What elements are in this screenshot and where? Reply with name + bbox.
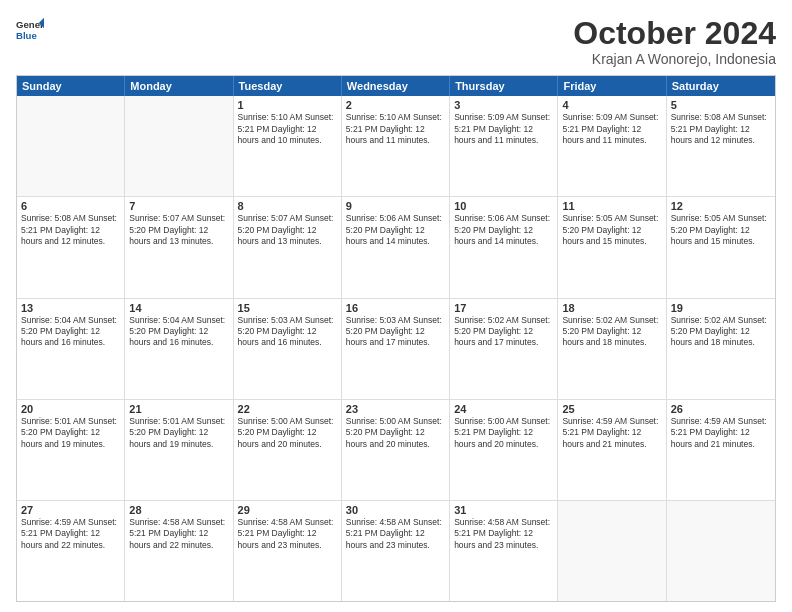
table-row: 30Sunrise: 4:58 AM Sunset: 5:21 PM Dayli… <box>342 501 450 601</box>
table-row: 17Sunrise: 5:02 AM Sunset: 5:20 PM Dayli… <box>450 299 558 399</box>
calendar-body: 1Sunrise: 5:10 AM Sunset: 5:21 PM Daylig… <box>17 96 775 601</box>
day-number: 13 <box>21 302 120 314</box>
cell-details: Sunrise: 5:00 AM Sunset: 5:20 PM Dayligh… <box>346 416 445 450</box>
cell-details: Sunrise: 5:02 AM Sunset: 5:20 PM Dayligh… <box>454 315 553 349</box>
cell-details: Sunrise: 5:08 AM Sunset: 5:21 PM Dayligh… <box>21 213 120 247</box>
cell-details: Sunrise: 5:00 AM Sunset: 5:21 PM Dayligh… <box>454 416 553 450</box>
header-saturday: Saturday <box>667 76 775 96</box>
week-row-1: 1Sunrise: 5:10 AM Sunset: 5:21 PM Daylig… <box>17 96 775 196</box>
day-number: 7 <box>129 200 228 212</box>
table-row: 2Sunrise: 5:10 AM Sunset: 5:21 PM Daylig… <box>342 96 450 196</box>
day-number: 19 <box>671 302 771 314</box>
header-wednesday: Wednesday <box>342 76 450 96</box>
cell-details: Sunrise: 4:58 AM Sunset: 5:21 PM Dayligh… <box>238 517 337 551</box>
day-number: 30 <box>346 504 445 516</box>
table-row: 19Sunrise: 5:02 AM Sunset: 5:20 PM Dayli… <box>667 299 775 399</box>
table-row: 1Sunrise: 5:10 AM Sunset: 5:21 PM Daylig… <box>234 96 342 196</box>
cell-details: Sunrise: 5:10 AM Sunset: 5:21 PM Dayligh… <box>346 112 445 146</box>
header: General Blue October 2024 Krajan A Wonor… <box>16 16 776 67</box>
cell-details: Sunrise: 5:09 AM Sunset: 5:21 PM Dayligh… <box>562 112 661 146</box>
cell-details: Sunrise: 5:07 AM Sunset: 5:20 PM Dayligh… <box>129 213 228 247</box>
day-number: 26 <box>671 403 771 415</box>
table-row: 25Sunrise: 4:59 AM Sunset: 5:21 PM Dayli… <box>558 400 666 500</box>
svg-text:Blue: Blue <box>16 30 37 41</box>
cell-details: Sunrise: 5:01 AM Sunset: 5:20 PM Dayligh… <box>21 416 120 450</box>
calendar: Sunday Monday Tuesday Wednesday Thursday… <box>16 75 776 602</box>
table-row <box>17 96 125 196</box>
day-number: 29 <box>238 504 337 516</box>
cell-details: Sunrise: 5:02 AM Sunset: 5:20 PM Dayligh… <box>562 315 661 349</box>
table-row: 4Sunrise: 5:09 AM Sunset: 5:21 PM Daylig… <box>558 96 666 196</box>
day-number: 5 <box>671 99 771 111</box>
day-number: 23 <box>346 403 445 415</box>
header-sunday: Sunday <box>17 76 125 96</box>
table-row: 14Sunrise: 5:04 AM Sunset: 5:20 PM Dayli… <box>125 299 233 399</box>
cell-details: Sunrise: 5:09 AM Sunset: 5:21 PM Dayligh… <box>454 112 553 146</box>
cell-details: Sunrise: 5:04 AM Sunset: 5:20 PM Dayligh… <box>129 315 228 349</box>
cell-details: Sunrise: 5:06 AM Sunset: 5:20 PM Dayligh… <box>454 213 553 247</box>
day-number: 14 <box>129 302 228 314</box>
day-number: 2 <box>346 99 445 111</box>
cell-details: Sunrise: 5:08 AM Sunset: 5:21 PM Dayligh… <box>671 112 771 146</box>
cell-details: Sunrise: 5:03 AM Sunset: 5:20 PM Dayligh… <box>238 315 337 349</box>
day-number: 27 <box>21 504 120 516</box>
table-row: 28Sunrise: 4:58 AM Sunset: 5:21 PM Dayli… <box>125 501 233 601</box>
table-row: 6Sunrise: 5:08 AM Sunset: 5:21 PM Daylig… <box>17 197 125 297</box>
day-number: 9 <box>346 200 445 212</box>
day-number: 11 <box>562 200 661 212</box>
table-row: 27Sunrise: 4:59 AM Sunset: 5:21 PM Dayli… <box>17 501 125 601</box>
table-row: 11Sunrise: 5:05 AM Sunset: 5:20 PM Dayli… <box>558 197 666 297</box>
table-row: 8Sunrise: 5:07 AM Sunset: 5:20 PM Daylig… <box>234 197 342 297</box>
title-block: October 2024 Krajan A Wonorejo, Indonesi… <box>573 16 776 67</box>
logo: General Blue <box>16 16 44 44</box>
table-row: 31Sunrise: 4:58 AM Sunset: 5:21 PM Dayli… <box>450 501 558 601</box>
cell-details: Sunrise: 5:03 AM Sunset: 5:20 PM Dayligh… <box>346 315 445 349</box>
day-number: 16 <box>346 302 445 314</box>
svg-text:General: General <box>16 19 44 30</box>
day-number: 6 <box>21 200 120 212</box>
day-number: 24 <box>454 403 553 415</box>
table-row: 20Sunrise: 5:01 AM Sunset: 5:20 PM Dayli… <box>17 400 125 500</box>
table-row: 7Sunrise: 5:07 AM Sunset: 5:20 PM Daylig… <box>125 197 233 297</box>
table-row: 23Sunrise: 5:00 AM Sunset: 5:20 PM Dayli… <box>342 400 450 500</box>
cell-details: Sunrise: 5:07 AM Sunset: 5:20 PM Dayligh… <box>238 213 337 247</box>
header-friday: Friday <box>558 76 666 96</box>
day-number: 8 <box>238 200 337 212</box>
day-number: 17 <box>454 302 553 314</box>
day-number: 3 <box>454 99 553 111</box>
table-row: 5Sunrise: 5:08 AM Sunset: 5:21 PM Daylig… <box>667 96 775 196</box>
calendar-header: Sunday Monday Tuesday Wednesday Thursday… <box>17 76 775 96</box>
table-row <box>667 501 775 601</box>
week-row-3: 13Sunrise: 5:04 AM Sunset: 5:20 PM Dayli… <box>17 298 775 399</box>
cell-details: Sunrise: 5:01 AM Sunset: 5:20 PM Dayligh… <box>129 416 228 450</box>
logo-icon: General Blue <box>16 16 44 44</box>
day-number: 4 <box>562 99 661 111</box>
cell-details: Sunrise: 4:58 AM Sunset: 5:21 PM Dayligh… <box>129 517 228 551</box>
day-number: 18 <box>562 302 661 314</box>
day-number: 25 <box>562 403 661 415</box>
cell-details: Sunrise: 4:59 AM Sunset: 5:21 PM Dayligh… <box>671 416 771 450</box>
table-row: 21Sunrise: 5:01 AM Sunset: 5:20 PM Dayli… <box>125 400 233 500</box>
table-row: 13Sunrise: 5:04 AM Sunset: 5:20 PM Dayli… <box>17 299 125 399</box>
cell-details: Sunrise: 5:04 AM Sunset: 5:20 PM Dayligh… <box>21 315 120 349</box>
page: General Blue October 2024 Krajan A Wonor… <box>0 0 792 612</box>
cell-details: Sunrise: 5:05 AM Sunset: 5:20 PM Dayligh… <box>562 213 661 247</box>
table-row: 12Sunrise: 5:05 AM Sunset: 5:20 PM Dayli… <box>667 197 775 297</box>
table-row: 18Sunrise: 5:02 AM Sunset: 5:20 PM Dayli… <box>558 299 666 399</box>
day-number: 12 <box>671 200 771 212</box>
table-row: 24Sunrise: 5:00 AM Sunset: 5:21 PM Dayli… <box>450 400 558 500</box>
cell-details: Sunrise: 5:02 AM Sunset: 5:20 PM Dayligh… <box>671 315 771 349</box>
cell-details: Sunrise: 5:06 AM Sunset: 5:20 PM Dayligh… <box>346 213 445 247</box>
day-number: 15 <box>238 302 337 314</box>
table-row: 16Sunrise: 5:03 AM Sunset: 5:20 PM Dayli… <box>342 299 450 399</box>
subtitle: Krajan A Wonorejo, Indonesia <box>573 51 776 67</box>
day-number: 10 <box>454 200 553 212</box>
header-monday: Monday <box>125 76 233 96</box>
table-row: 10Sunrise: 5:06 AM Sunset: 5:20 PM Dayli… <box>450 197 558 297</box>
week-row-5: 27Sunrise: 4:59 AM Sunset: 5:21 PM Dayli… <box>17 500 775 601</box>
cell-details: Sunrise: 5:00 AM Sunset: 5:20 PM Dayligh… <box>238 416 337 450</box>
cell-details: Sunrise: 4:59 AM Sunset: 5:21 PM Dayligh… <box>21 517 120 551</box>
cell-details: Sunrise: 4:58 AM Sunset: 5:21 PM Dayligh… <box>346 517 445 551</box>
cell-details: Sunrise: 4:59 AM Sunset: 5:21 PM Dayligh… <box>562 416 661 450</box>
day-number: 21 <box>129 403 228 415</box>
